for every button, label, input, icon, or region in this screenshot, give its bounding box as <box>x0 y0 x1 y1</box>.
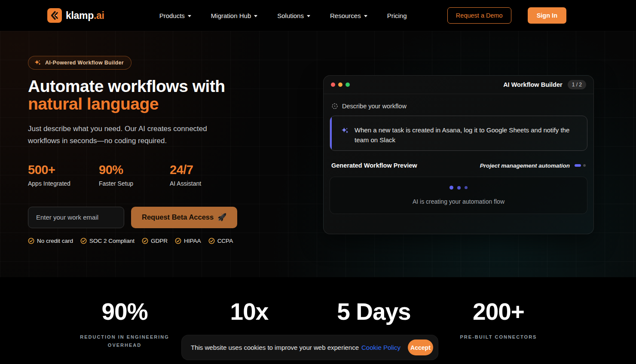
check-circle-icon <box>28 238 34 244</box>
hero-stats: 500+ Apps Integrated 90% Faster Setup 24… <box>28 163 303 187</box>
loading-dots <box>449 186 468 190</box>
check-circle-icon <box>80 238 87 244</box>
close-window-icon <box>331 83 335 87</box>
preview-label: Generated Workflow Preview <box>331 162 417 169</box>
builder-card-body: Describe your workflow When a new task i… <box>324 94 593 214</box>
rocket-icon: 🚀 <box>217 213 226 222</box>
nav-item-products[interactable]: Products <box>159 12 191 19</box>
nav-item-solutions[interactable]: Solutions <box>277 12 310 19</box>
hero-title: Automate workflows with natural language <box>28 78 303 113</box>
check-circle-icon <box>142 238 148 244</box>
builder-card-title: AI Workflow Builder <box>503 81 563 88</box>
workflow-prompt-box[interactable]: When a new task is created in Asana, log… <box>330 116 587 151</box>
request-beta-access-button[interactable]: Request Beta Access 🚀 <box>131 207 237 228</box>
nav-item-migration-hub[interactable]: Migration Hub <box>211 12 257 19</box>
cookie-banner: This website uses cookies to improve you… <box>181 335 438 360</box>
hero-content: AI-Powered Workflow Builder Automate wor… <box>28 56 303 244</box>
preview-workflow-title: Project management automation <box>480 162 570 169</box>
hero-section: AI-Powered Workflow Builder Automate wor… <box>0 31 636 277</box>
carousel-dot-active <box>575 164 581 167</box>
workflow-preview-box: AI is creating your automation flow <box>330 177 587 214</box>
klamp-logo-icon <box>47 8 62 23</box>
chevron-down-icon <box>364 15 367 17</box>
metric-engineering-overhead: 90% REDUCTION IN ENGINEERING OVERHEAD <box>62 298 187 350</box>
request-demo-button[interactable]: Request a Demo <box>447 7 511 24</box>
compliance-hipaa: HIPAA <box>175 238 201 244</box>
hero-badge: AI-Powered Workflow Builder <box>28 56 131 70</box>
top-navbar: klamp.ai Products Migration Hub Solution… <box>0 0 636 31</box>
step-counter-badge: 1 / 2 <box>568 80 586 89</box>
carousel-indicator[interactable] <box>575 164 586 167</box>
nav-item-resources[interactable]: Resources <box>330 12 367 19</box>
preview-header: Generated Workflow Preview Project manag… <box>330 162 587 169</box>
chevron-down-icon <box>307 15 310 17</box>
spinner-icon <box>331 103 338 110</box>
hero-badge-label: AI-Powered Workflow Builder <box>45 60 124 66</box>
prompt-accent-bar <box>330 116 332 150</box>
chevron-down-icon <box>254 15 257 17</box>
compliance-no-credit-card: No credit card <box>28 238 73 244</box>
sparkles-icon <box>34 59 41 66</box>
stat-ai-assistant: 24/7 AI Assistant <box>170 163 241 187</box>
check-circle-icon <box>175 238 181 244</box>
minimize-window-icon <box>338 83 342 87</box>
stat-apps-integrated: 500+ Apps Integrated <box>28 163 99 187</box>
nav-actions: Request a Demo Sign In <box>447 7 566 24</box>
metric-prebuilt-connectors: 200+ PRE-BUILT CONNECTORS <box>436 298 561 350</box>
compliance-badges: No credit card SOC 2 Compliant GDPR HIPA… <box>28 238 303 244</box>
compliance-ccpa: CCPA <box>208 238 233 244</box>
expand-window-icon <box>346 83 350 87</box>
work-email-input[interactable] <box>28 207 124 228</box>
brand-name: klamp.ai <box>66 10 104 21</box>
cookie-message: This website uses cookies to improve you… <box>191 344 359 351</box>
window-traffic-lights <box>331 83 350 87</box>
builder-card-header: AI Workflow Builder 1 / 2 <box>324 76 593 94</box>
stat-faster-setup: 90% Faster Setup <box>99 163 170 187</box>
ai-sparkles-icon <box>341 127 349 135</box>
accept-cookies-button[interactable]: Accept <box>408 340 433 355</box>
nav-item-pricing[interactable]: Pricing <box>387 12 407 19</box>
sign-in-button[interactable]: Sign In <box>528 7 566 24</box>
brand-logo[interactable]: klamp.ai <box>47 8 104 23</box>
ai-workflow-builder-card: AI Workflow Builder 1 / 2 Describe your … <box>323 75 594 234</box>
klamp-landing-page: klamp.ai Products Migration Hub Solution… <box>0 0 636 364</box>
loading-status-text: AI is creating your automation flow <box>413 198 505 205</box>
chevron-down-icon <box>188 15 191 17</box>
prompt-label: Describe your workflow <box>330 103 587 110</box>
workflow-prompt-text: When a new task is created in Asana, log… <box>355 125 576 145</box>
compliance-soc2: SOC 2 Compliant <box>80 238 135 244</box>
compliance-gdpr: GDPR <box>142 238 168 244</box>
hero-description: Just describe what you need. Our AI crea… <box>28 123 217 147</box>
beta-signup-form: Request Beta Access 🚀 <box>28 207 303 228</box>
carousel-dot-idle <box>583 164 586 167</box>
cookie-policy-link[interactable]: Cookie Policy <box>361 344 401 351</box>
main-nav: Products Migration Hub Solutions Resourc… <box>159 12 407 19</box>
check-circle-icon <box>208 238 215 244</box>
